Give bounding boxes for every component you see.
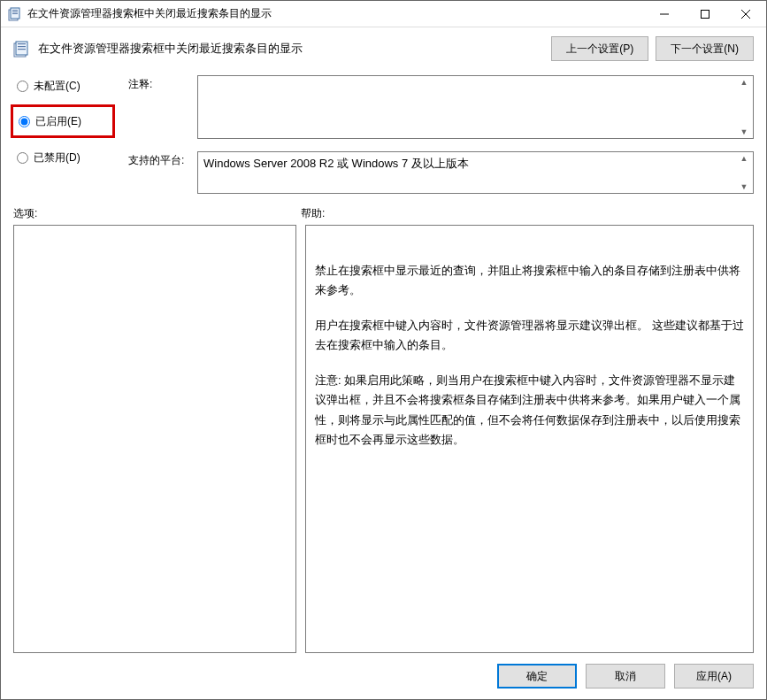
- minimize-button[interactable]: [644, 1, 685, 27]
- window-title: 在文件资源管理器搜索框中关闭最近搜索条目的显示: [27, 6, 644, 21]
- svg-rect-3: [12, 12, 18, 12]
- apply-button[interactable]: 应用(A): [674, 664, 754, 688]
- previous-setting-button[interactable]: 上一个设置(P): [551, 36, 648, 61]
- radio-disabled-label: 已禁用(D): [34, 150, 81, 165]
- svg-rect-6: [702, 10, 709, 18]
- svg-rect-12: [18, 46, 26, 47]
- supported-value: Windows Server 2008 R2 或 Windows 7 及以上版本: [203, 157, 469, 170]
- svg-rect-2: [12, 10, 18, 11]
- ok-button[interactable]: 确定: [497, 664, 577, 688]
- comment-row: 注释: ▲▼: [128, 75, 754, 139]
- maximize-button[interactable]: [685, 1, 725, 27]
- cancel-button[interactable]: 取消: [586, 664, 665, 688]
- radio-not-configured-label: 未配置(C): [34, 79, 81, 94]
- titlebar: 在文件资源管理器搜索框中关闭最近搜索条目的显示: [1, 1, 766, 27]
- settings-sheet-icon: [8, 7, 22, 21]
- svg-rect-4: [12, 13, 18, 14]
- help-panel[interactable]: 禁止在搜索框中显示最近的查询，并阻止将搜索框中输入的条目存储到注册表中供将来参考…: [305, 225, 754, 653]
- scroll-indicator: ▲▼: [737, 154, 751, 191]
- dialog-footer: 确定 取消 应用(A): [13, 653, 754, 688]
- top-section: 未配置(C) 已启用(E) 已禁用(D) 注释:: [13, 75, 754, 194]
- content-area: 在文件资源管理器搜索框中关闭最近搜索条目的显示 上一个设置(P) 下一个设置(N…: [1, 27, 766, 699]
- window-controls: [644, 1, 766, 27]
- options-label: 选项:: [13, 206, 301, 221]
- help-paragraph: 注意: 如果启用此策略，则当用户在搜索框中键入内容时，文件资源管理器不显示建议弹…: [315, 371, 744, 449]
- chevron-down-icon: ▼: [740, 182, 748, 191]
- chevron-down-icon: ▼: [740, 127, 748, 136]
- help-label: 帮助:: [301, 206, 325, 221]
- gp-settings-dialog: 在文件资源管理器搜索框中关闭最近搜索条目的显示 在文件资源管理器搜索框中关闭最近…: [0, 0, 767, 700]
- radio-disabled-input[interactable]: [17, 152, 28, 164]
- highlight-box: 已启用(E): [11, 104, 115, 138]
- comment-textarea[interactable]: ▲▼: [197, 75, 754, 139]
- radio-disabled[interactable]: 已禁用(D): [13, 147, 128, 168]
- supported-row: 支持的平台: Windows Server 2008 R2 或 Windows …: [128, 151, 754, 194]
- chevron-up-icon: ▲: [740, 154, 748, 163]
- supported-textarea: Windows Server 2008 R2 或 Windows 7 及以上版本…: [197, 151, 754, 194]
- policy-title: 在文件资源管理器搜索框中关闭最近搜索条目的显示: [38, 41, 544, 57]
- radio-enabled-input[interactable]: [19, 116, 30, 127]
- radio-enabled[interactable]: 已启用(E): [15, 111, 105, 132]
- supported-label: 支持的平台:: [128, 151, 197, 168]
- header-row: 在文件资源管理器搜索框中关闭最近搜索条目的显示 上一个设置(P) 下一个设置(N…: [13, 36, 754, 61]
- help-paragraph: 禁止在搜索框中显示最近的查询，并阻止将搜索框中输入的条目存储到注册表中供将来参考…: [315, 261, 744, 300]
- policy-icon: [13, 40, 31, 58]
- state-radio-group: 未配置(C) 已启用(E) 已禁用(D): [13, 75, 128, 194]
- next-setting-button[interactable]: 下一个设置(N): [656, 36, 754, 61]
- scroll-indicator: ▲▼: [737, 78, 751, 136]
- svg-rect-11: [18, 43, 26, 44]
- close-button[interactable]: [725, 1, 766, 27]
- chevron-up-icon: ▲: [740, 78, 748, 87]
- svg-rect-13: [18, 49, 26, 50]
- comment-label: 注释:: [128, 75, 197, 92]
- radio-enabled-label: 已启用(E): [35, 114, 81, 129]
- panels-row: 禁止在搜索框中显示最近的查询，并阻止将搜索框中输入的条目存储到注册表中供将来参考…: [13, 225, 754, 653]
- mid-labels: 选项: 帮助:: [13, 206, 754, 221]
- radio-not-configured[interactable]: 未配置(C): [13, 75, 128, 96]
- radio-not-configured-input[interactable]: [17, 81, 28, 92]
- options-panel[interactable]: [13, 225, 296, 653]
- help-paragraph: 用户在搜索框中键入内容时，文件资源管理器将显示建议弹出框。 这些建议都基于过去在…: [315, 316, 744, 355]
- fields-column: 注释: ▲▼ 支持的平台: Windows Server 2008 R2 或 W…: [128, 75, 754, 194]
